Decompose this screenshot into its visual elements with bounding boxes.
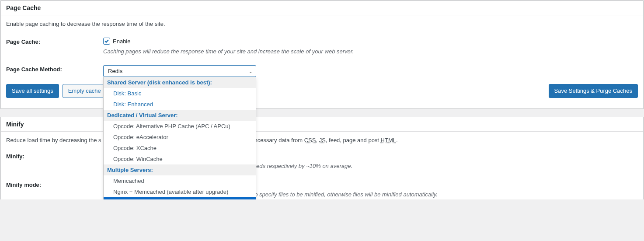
page-cache-method-selected-value: Redis xyxy=(108,68,122,74)
check-icon xyxy=(104,38,109,44)
page-cache-header: Page Cache xyxy=(1,1,643,15)
minify-intro-sep1: , xyxy=(316,137,319,143)
save-all-settings-button[interactable]: Save all settings xyxy=(6,84,59,98)
page-cache-title: Page Cache xyxy=(6,4,638,11)
page-cache-enable-row: Page Cache: Enable Caching pages will re… xyxy=(6,38,638,55)
page-cache-method-dropdown: Shared Server (disk enhanced is best): D… xyxy=(103,77,256,199)
page-cache-body: Enable page caching to decrease the resp… xyxy=(1,15,643,108)
dropdown-option-disk-basic[interactable]: Disk: Basic xyxy=(104,88,256,99)
page-cache-buttons-right: Save Settings & Purge Caches xyxy=(549,84,638,98)
minify-panel: Minify Reduce load time by decreasing th… xyxy=(0,117,644,199)
minify-enable-label: Minify: xyxy=(6,152,103,169)
empty-cache-button[interactable]: Empty cache xyxy=(63,84,107,98)
page-cache-panel: Page Cache Enable page caching to decrea… xyxy=(0,0,644,109)
page-cache-buttons-left: Save all settings Empty cache xyxy=(6,84,107,98)
dropdown-option-disk-enhanced[interactable]: Disk: Enhanced xyxy=(104,99,256,110)
dropdown-option-eaccel[interactable]: Opcode: eAccelerator xyxy=(104,132,256,143)
minify-intro-html: HTML xyxy=(381,137,396,143)
page-cache-method-label: Page Cache Method: xyxy=(6,65,103,77)
page-cache-method-select[interactable]: Redis ⌄ xyxy=(103,65,256,77)
minify-intro-sep2: , feed, page and post xyxy=(326,137,381,143)
dropdown-option-xcache[interactable]: Opcode: XCache xyxy=(104,143,256,154)
save-settings-purge-button[interactable]: Save Settings & Purge Caches xyxy=(549,84,638,98)
chevron-down-icon: ⌄ xyxy=(249,69,252,73)
dropdown-option-wincache[interactable]: Opcode: WinCache xyxy=(104,154,256,164)
dropdown-option-nginx-memcached[interactable]: Nginx + Memcached (available after upgra… xyxy=(104,186,256,197)
dropdown-group-shared: Shared Server (disk enhanced is best): xyxy=(104,77,256,88)
minify-header: Minify xyxy=(1,117,643,132)
minify-title: Minify xyxy=(6,121,638,128)
dropdown-group-multiple: Multiple Servers: xyxy=(104,164,256,175)
minify-intro-end: . xyxy=(396,137,398,143)
dropdown-option-memcached[interactable]: Memcached xyxy=(104,175,256,186)
page-cache-intro: Enable page caching to decrease the resp… xyxy=(6,21,638,27)
dropdown-option-apc[interactable]: Opcode: Alternative PHP Cache (APC / APC… xyxy=(104,121,256,132)
page-cache-enable-label: Page Cache: xyxy=(6,38,103,55)
page-cache-enable-checkbox[interactable] xyxy=(103,38,110,45)
minify-intro-js: JS xyxy=(319,137,326,143)
minify-intro-post: ncessary data from xyxy=(254,137,304,143)
minify-intro-pre: Reduce load time by decreasing the s xyxy=(6,137,101,143)
page-cache-method-content: Redis ⌄ Shared Server (disk enhanced is … xyxy=(103,65,638,77)
page-cache-enable-checkbox-label[interactable]: Enable xyxy=(113,38,130,45)
minify-mode-label: Minify mode: xyxy=(6,181,103,198)
minify-intro: Reduce load time by decreasing the snces… xyxy=(6,137,638,143)
page-cache-enable-checkbox-wrap: Enable xyxy=(103,38,638,45)
minify-body: Reduce load time by decreasing the snces… xyxy=(1,132,643,199)
dropdown-group-dedicated: Dedicated / Virtual Server: xyxy=(104,110,256,121)
minify-intro-css: CSS xyxy=(304,137,316,143)
minify-enable-row: Minify: eds respectively by ~10% on aver… xyxy=(6,152,638,169)
page-cache-method-select-wrap: Redis ⌄ Shared Server (disk enhanced is … xyxy=(103,65,256,77)
page-cache-enable-desc: Caching pages will reduce the response t… xyxy=(103,48,638,55)
minify-partial-text: eds respectively by ~10% on average. xyxy=(256,163,352,169)
page-cache-enable-content: Enable Caching pages will reduce the res… xyxy=(103,38,638,55)
page-cache-buttons-row: Save all settings Empty cache Save Setti… xyxy=(6,84,638,103)
page-cache-method-row: Page Cache Method: Redis ⌄ Shared Server… xyxy=(6,65,638,77)
minify-mode-row: Minify mode: Select manual mode to use f… xyxy=(6,181,638,198)
dropdown-option-redis[interactable]: Redis xyxy=(104,197,256,199)
